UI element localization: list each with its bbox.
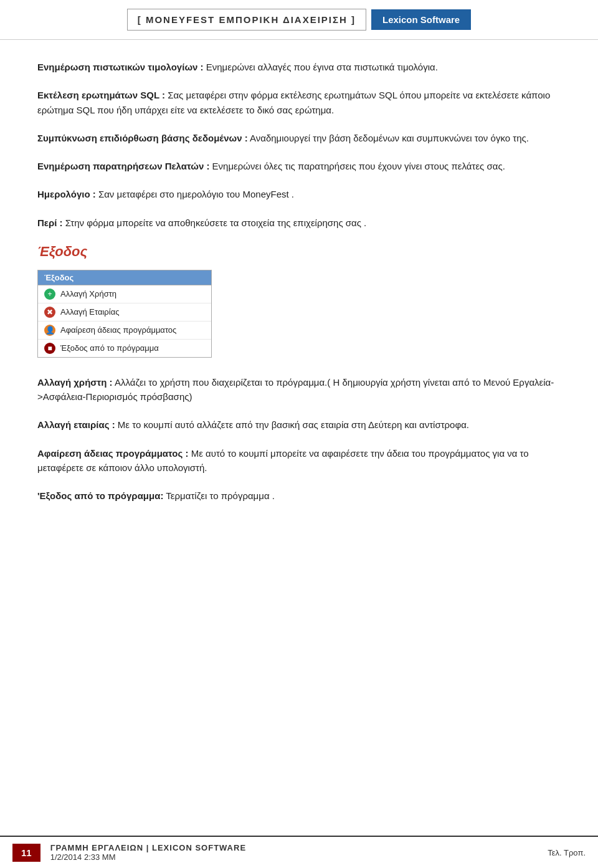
section-term: Ενημέρωση παρατηρήσεων Πελατών : [37,161,209,171]
menu-item-label: Έξοδος από το πρόγραμμα [60,343,159,353]
section-update-invoices: Ενημέρωση πιστωτικών τιμολογίων : Ενημερ… [37,60,561,74]
main-content: Ενημέρωση πιστωτικών τιμολογίων : Ενημερ… [0,40,598,579]
menu-item-label: Αλλαγή Εταιρίας [60,307,119,317]
section-diary: Ημερολόγιο : Σαν μεταφέρει στο ημερολόγι… [37,187,561,201]
footer-text: ΓΡΑΜΜΗ ΕΡΓΑΛΕΙΩΝ | Lexicon Software 1/2/… [50,843,548,862]
change-company-icon: ✖ [44,307,55,318]
exodus-heading: Έξοδος [37,244,561,260]
section-body: Με το κουμπί αυτό αλλάζετε από την βασικ… [115,419,469,430]
section-term: 'Εξοδος από το πρόγραμμα: [37,490,163,501]
section-text: 'Εξοδος από το πρόγραμμα: Τερματίζει το … [37,489,561,503]
section-term: Αλλαγή χρήστη : [37,377,113,388]
section-text: Εκτέλεση ερωτημάτων SQL : Σας μεταφέρει … [37,88,561,117]
section-remove-license: Αφαίρεση άδειας προγράμματος : Με αυτό τ… [37,446,561,475]
menu-item-remove-license: 👤 Αφαίρεση άδειας προγράμματος [38,322,211,340]
section-text: Περί : Στην φόρμα μπορείτε να αποθηκεύσε… [37,216,561,230]
section-body: Αλλάζει το χρήστη που διαχειρίζεται το π… [37,377,554,402]
exodus-menu-screenshot: Έξοδος + Αλλαγή Χρήστη ✖ Αλλαγή Εταιρίας… [37,270,212,358]
section-compress: Συμπύκνωση επιδιόρθωση βάσης δεδομένων :… [37,131,561,145]
section-about: Περί : Στην φόρμα μπορείτε να αποθηκεύσε… [37,216,561,230]
section-term: Αλλαγή εταιρίας : [37,419,115,430]
section-text: Αλλαγή εταιρίας : Με το κουμπί αυτό αλλά… [37,417,561,432]
section-update-notes: Ενημέρωση παρατηρήσεων Πελατών : Ενημερώ… [37,159,561,173]
section-text: Ενημέρωση παρατηρήσεων Πελατών : Ενημερώ… [37,159,561,173]
exit-icon: ■ [44,343,55,354]
section-body: Αναδημιουργεί την βάση δεδομένων και συμ… [248,133,529,143]
section-term: Περί : [37,217,63,228]
remove-license-icon: 👤 [44,325,55,336]
header-title: [ MONEYFEST ΕΜΠΟΡΙΚΗ ΔΙΑΧΕΙΡΙΣΗ ] [127,9,366,31]
section-text: Ημερολόγιο : Σαν μεταφέρει στο ημερολόγι… [37,187,561,201]
menu-item-exit: ■ Έξοδος από το πρόγραμμα [38,340,211,357]
section-body: Σαν μεταφέρει στο ημερολόγιο του MoneyFe… [96,189,294,199]
footer-right-text: Τελ. Τροπ. [548,848,586,857]
section-body: Τερματίζει το πρόγραμμα . [163,490,274,501]
page-header: [ MONEYFEST ΕΜΠΟΡΙΚΗ ΔΙΑΧΕΙΡΙΣΗ ] Lexico… [0,0,598,40]
section-text: Αφαίρεση άδειας προγράμματος : Με αυτό τ… [37,446,561,475]
footer-page-number: 11 [12,844,40,862]
section-exit-desc: 'Εξοδος από το πρόγραμμα: Τερματίζει το … [37,489,561,503]
change-user-icon: + [44,289,55,300]
section-change-user: Αλλαγή χρήστη : Αλλάζει το χρήστη που δι… [37,375,561,404]
section-text: Συμπύκνωση επιδιόρθωση βάσης δεδομένων :… [37,131,561,145]
menu-box-title: Έξοδος [38,270,211,285]
menu-item-label: Αλλαγή Χρήστη [60,289,116,298]
page-footer: 11 ΓΡΑΜΜΗ ΕΡΓΑΛΕΙΩΝ | Lexicon Software 1… [0,836,598,868]
section-change-company: Αλλαγή εταιρίας : Με το κουμπί αυτό αλλά… [37,417,561,432]
section-body: Ενημερώνει αλλαγές που έγινα στα πιστωτι… [204,62,438,72]
section-text: Ενημέρωση πιστωτικών τιμολογίων : Ενημερ… [37,60,561,74]
menu-item-change-company: ✖ Αλλαγή Εταιρίας [38,303,211,322]
section-sql: Εκτέλεση ερωτημάτων SQL : Σας μεταφέρει … [37,88,561,117]
section-body: Ενημερώνει όλες τις παρατηρήσεις που έχο… [209,161,505,171]
section-term: Ενημέρωση πιστωτικών τιμολογίων : [37,62,204,72]
menu-item-change-user: + Αλλαγή Χρήστη [38,285,211,303]
header-brand: Lexicon Software [371,9,471,30]
section-term: Ημερολόγιο : [37,189,96,199]
footer-label: ΓΡΑΜΜΗ ΕΡΓΑΛΕΙΩΝ | Lexicon Software [50,843,246,852]
section-text: Αλλαγή χρήστη : Αλλάζει το χρήστη που δι… [37,375,561,404]
menu-item-label: Αφαίρεση άδειας προγράμματος [60,325,176,335]
section-body: Στην φόρμα μπορείτε να αποθηκεύσετε τα σ… [63,217,367,228]
section-term: Αφαίρεση άδειας προγράμματος : [37,448,188,459]
footer-date: 1/2/2014 2:33 ΜΜ [50,852,116,862]
section-term: Συμπύκνωση επιδιόρθωση βάσης δεδομένων : [37,133,248,143]
section-term: Εκτέλεση ερωτημάτων SQL : [37,90,165,100]
